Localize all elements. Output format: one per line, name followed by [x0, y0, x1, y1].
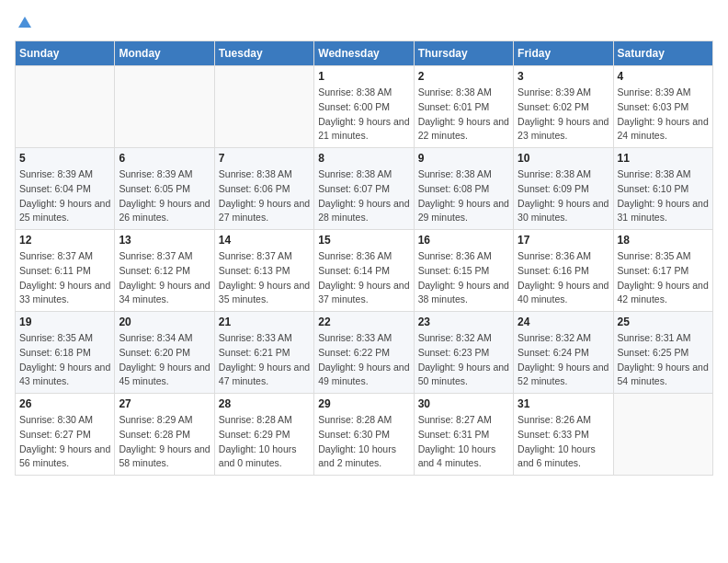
- day-info: Sunrise: 8:33 AMSunset: 6:21 PMDaylight:…: [219, 331, 310, 389]
- day-number: 20: [119, 316, 210, 328]
- day-info: Sunrise: 8:37 AMSunset: 6:12 PMDaylight:…: [119, 249, 210, 307]
- day-number: 27: [119, 397, 210, 410]
- weekday-header-friday: Friday: [514, 41, 613, 66]
- calendar-cell: 24Sunrise: 8:32 AMSunset: 6:24 PMDayligh…: [514, 312, 613, 394]
- calendar-cell: 29Sunrise: 8:28 AMSunset: 6:30 PMDayligh…: [314, 394, 414, 476]
- day-number: 11: [618, 152, 709, 165]
- calendar-table: SundayMondayTuesdayWednesdayThursdayFrid…: [15, 40, 713, 476]
- day-info: Sunrise: 8:37 AMSunset: 6:13 PMDaylight:…: [219, 249, 310, 307]
- calendar-cell: 3Sunrise: 8:39 AMSunset: 6:02 PMDaylight…: [514, 66, 613, 148]
- day-info: Sunrise: 8:36 AMSunset: 6:14 PMDaylight:…: [318, 249, 409, 307]
- day-info: Sunrise: 8:35 AMSunset: 6:17 PMDaylight:…: [618, 249, 709, 307]
- day-number: 7: [219, 152, 310, 165]
- day-info: Sunrise: 8:38 AMSunset: 6:01 PMDaylight:…: [418, 86, 509, 144]
- calendar-week-row: 12Sunrise: 8:37 AMSunset: 6:11 PMDayligh…: [16, 230, 713, 312]
- day-info: Sunrise: 8:31 AMSunset: 6:25 PMDaylight:…: [618, 331, 709, 389]
- day-info: Sunrise: 8:35 AMSunset: 6:18 PMDaylight:…: [19, 331, 110, 389]
- day-info: Sunrise: 8:38 AMSunset: 6:09 PMDaylight:…: [518, 167, 609, 225]
- day-number: 15: [318, 234, 409, 247]
- day-info: Sunrise: 8:39 AMSunset: 6:05 PMDaylight:…: [119, 167, 210, 225]
- calendar-cell: [16, 66, 115, 148]
- day-number: 4: [618, 70, 709, 83]
- calendar-cell: 21Sunrise: 8:33 AMSunset: 6:21 PMDayligh…: [214, 312, 313, 394]
- calendar-cell: 1Sunrise: 8:38 AMSunset: 6:00 PMDaylight…: [314, 66, 414, 148]
- calendar-cell: 26Sunrise: 8:30 AMSunset: 6:27 PMDayligh…: [16, 394, 115, 476]
- day-info: Sunrise: 8:38 AMSunset: 6:00 PMDaylight:…: [318, 86, 409, 144]
- day-info: Sunrise: 8:38 AMSunset: 6:06 PMDaylight:…: [219, 167, 310, 225]
- day-number: 5: [19, 152, 110, 165]
- weekday-header-wednesday: Wednesday: [314, 41, 414, 66]
- day-number: 14: [219, 234, 310, 247]
- day-info: Sunrise: 8:38 AMSunset: 6:10 PMDaylight:…: [618, 167, 709, 225]
- day-info: Sunrise: 8:27 AMSunset: 6:31 PMDaylight:…: [418, 413, 509, 471]
- calendar-cell: 28Sunrise: 8:28 AMSunset: 6:29 PMDayligh…: [214, 394, 313, 476]
- calendar-cell: 23Sunrise: 8:32 AMSunset: 6:23 PMDayligh…: [414, 312, 513, 394]
- calendar-cell: 22Sunrise: 8:33 AMSunset: 6:22 PMDayligh…: [314, 312, 414, 394]
- calendar-cell: 11Sunrise: 8:38 AMSunset: 6:10 PMDayligh…: [613, 148, 712, 230]
- day-info: Sunrise: 8:38 AMSunset: 6:07 PMDaylight:…: [318, 167, 409, 225]
- day-number: 17: [518, 234, 609, 247]
- calendar-cell: 25Sunrise: 8:31 AMSunset: 6:25 PMDayligh…: [613, 312, 712, 394]
- calendar-cell: 15Sunrise: 8:36 AMSunset: 6:14 PMDayligh…: [314, 230, 414, 312]
- day-info: Sunrise: 8:39 AMSunset: 6:04 PMDaylight:…: [19, 167, 110, 225]
- day-number: 24: [518, 316, 609, 328]
- day-info: Sunrise: 8:39 AMSunset: 6:03 PMDaylight:…: [618, 86, 709, 144]
- day-number: 6: [119, 152, 210, 165]
- day-number: 22: [318, 316, 409, 328]
- weekday-header-saturday: Saturday: [613, 41, 712, 66]
- calendar-cell: 4Sunrise: 8:39 AMSunset: 6:03 PMDaylight…: [613, 66, 712, 148]
- day-number: 21: [219, 316, 310, 328]
- day-number: 18: [618, 234, 709, 247]
- calendar-cell: 2Sunrise: 8:38 AMSunset: 6:01 PMDaylight…: [414, 66, 513, 148]
- day-info: Sunrise: 8:32 AMSunset: 6:23 PMDaylight:…: [418, 331, 509, 389]
- calendar-cell: 30Sunrise: 8:27 AMSunset: 6:31 PMDayligh…: [414, 394, 513, 476]
- day-number: 28: [219, 397, 310, 410]
- day-number: 12: [19, 234, 110, 247]
- day-number: 13: [119, 234, 210, 247]
- weekday-header-tuesday: Tuesday: [214, 41, 313, 66]
- calendar-cell: 9Sunrise: 8:38 AMSunset: 6:08 PMDaylight…: [414, 148, 513, 230]
- logo: [15, 15, 33, 31]
- calendar-cell: 27Sunrise: 8:29 AMSunset: 6:28 PMDayligh…: [115, 394, 214, 476]
- page-header: [15, 15, 713, 31]
- day-number: 8: [318, 152, 409, 165]
- day-number: 31: [518, 397, 609, 410]
- calendar-cell: 8Sunrise: 8:38 AMSunset: 6:07 PMDaylight…: [314, 148, 414, 230]
- calendar-week-row: 1Sunrise: 8:38 AMSunset: 6:00 PMDaylight…: [16, 66, 713, 148]
- calendar-cell: [115, 66, 214, 148]
- calendar-cell: 10Sunrise: 8:38 AMSunset: 6:09 PMDayligh…: [514, 148, 613, 230]
- day-info: Sunrise: 8:34 AMSunset: 6:20 PMDaylight:…: [119, 331, 210, 389]
- day-number: 1: [318, 70, 409, 83]
- calendar-week-row: 19Sunrise: 8:35 AMSunset: 6:18 PMDayligh…: [16, 312, 713, 394]
- calendar-cell: 16Sunrise: 8:36 AMSunset: 6:15 PMDayligh…: [414, 230, 513, 312]
- day-info: Sunrise: 8:26 AMSunset: 6:33 PMDaylight:…: [518, 413, 609, 471]
- calendar-cell: 12Sunrise: 8:37 AMSunset: 6:11 PMDayligh…: [16, 230, 115, 312]
- day-number: 10: [518, 152, 609, 165]
- day-number: 16: [418, 234, 509, 247]
- calendar-week-row: 5Sunrise: 8:39 AMSunset: 6:04 PMDaylight…: [16, 148, 713, 230]
- day-info: Sunrise: 8:37 AMSunset: 6:11 PMDaylight:…: [19, 249, 110, 307]
- day-info: Sunrise: 8:28 AMSunset: 6:29 PMDaylight:…: [219, 413, 310, 471]
- day-number: 23: [418, 316, 509, 328]
- calendar-cell: 20Sunrise: 8:34 AMSunset: 6:20 PMDayligh…: [115, 312, 214, 394]
- calendar-cell: 18Sunrise: 8:35 AMSunset: 6:17 PMDayligh…: [613, 230, 712, 312]
- calendar-cell: 14Sunrise: 8:37 AMSunset: 6:13 PMDayligh…: [214, 230, 313, 312]
- calendar-cell: 31Sunrise: 8:26 AMSunset: 6:33 PMDayligh…: [514, 394, 613, 476]
- calendar-cell: 13Sunrise: 8:37 AMSunset: 6:12 PMDayligh…: [115, 230, 214, 312]
- weekday-header-thursday: Thursday: [414, 41, 513, 66]
- day-number: 19: [19, 316, 110, 328]
- calendar-cell: 7Sunrise: 8:38 AMSunset: 6:06 PMDaylight…: [214, 148, 313, 230]
- day-info: Sunrise: 8:39 AMSunset: 6:02 PMDaylight:…: [518, 86, 609, 144]
- day-info: Sunrise: 8:38 AMSunset: 6:08 PMDaylight:…: [418, 167, 509, 225]
- day-number: 29: [318, 397, 409, 410]
- day-info: Sunrise: 8:30 AMSunset: 6:27 PMDaylight:…: [19, 413, 110, 471]
- day-info: Sunrise: 8:33 AMSunset: 6:22 PMDaylight:…: [318, 331, 409, 389]
- day-number: 3: [518, 70, 609, 83]
- day-number: 25: [618, 316, 709, 328]
- logo-icon: [17, 15, 33, 31]
- day-number: 26: [19, 397, 110, 410]
- day-info: Sunrise: 8:36 AMSunset: 6:16 PMDaylight:…: [518, 249, 609, 307]
- day-info: Sunrise: 8:32 AMSunset: 6:24 PMDaylight:…: [518, 331, 609, 389]
- day-info: Sunrise: 8:29 AMSunset: 6:28 PMDaylight:…: [119, 413, 210, 471]
- weekday-header-sunday: Sunday: [16, 41, 115, 66]
